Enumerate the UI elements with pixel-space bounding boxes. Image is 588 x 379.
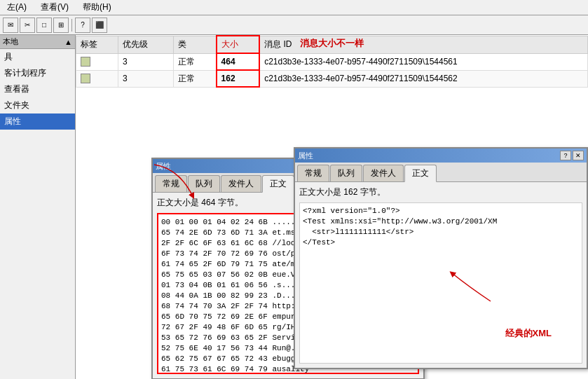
right-tab-sender[interactable]: 发件人 (363, 165, 404, 181)
cell-size-1: 464 (217, 53, 260, 70)
sidebar-header: 本地 ▲ (0, 35, 75, 49)
sidebar: 本地 ▲ 具 客计划程序 查看器 文件夹 属性 (0, 35, 76, 379)
menu-help[interactable]: 帮助(H) (78, 0, 116, 15)
content-area: 标签 优先级 类 大小 消息 ID 3 正常 464 c21d3b3e-1333… (76, 35, 588, 379)
right-size-text: 正文大小是 162 字节。 (299, 186, 582, 198)
col-header-size: 大小 (217, 36, 260, 53)
left-win-title: 属性 (156, 161, 171, 172)
cell-id-2: c21d3b3e-1333-4e07-b957-4490f2711509\154… (259, 70, 587, 87)
left-tab-sender[interactable]: 发件人 (221, 175, 261, 192)
right-win-close-btn[interactable]: ✕ (573, 151, 584, 160)
prop-window-right: 属性 ? ✕ 常规 队列 发件人 正文 正文大小是 162 字节。 <?xml … (294, 147, 588, 369)
msg-icon-2 (81, 74, 90, 83)
col-header-label: 标签 (76, 36, 118, 53)
menu-left[interactable]: 左(A) (3, 0, 31, 15)
right-tab-body[interactable]: 正文 (404, 165, 437, 182)
left-tab-body[interactable]: 正文 (262, 175, 294, 193)
toolbar-btn-3[interactable]: □ (36, 18, 52, 33)
cell-priority-2: 3 (118, 70, 173, 87)
toolbar: ✉ ✂ □ ⊞ ? ⬛ (0, 15, 588, 35)
cell-id-1: c21d3b3e-1333-4e07-b957-4490f2711509\154… (259, 53, 587, 70)
sidebar-item-scheduler[interactable]: 客计划程序 (0, 65, 75, 81)
col-header-priority: 优先级 (118, 36, 173, 53)
toolbar-btn-6[interactable]: ⬛ (92, 18, 107, 33)
right-prop-content: 正文大小是 162 字节。 <?xml version="1.0"?> <Tes… (295, 182, 587, 368)
main-area: 本地 ▲ 具 客计划程序 查看器 文件夹 属性 标签 优先级 类 大小 消息 I… (0, 35, 588, 379)
toolbar-btn-2[interactable]: ✂ (20, 18, 35, 33)
left-tab-queue[interactable]: 队列 (188, 175, 220, 192)
sidebar-item-tools[interactable]: 具 (0, 49, 75, 65)
sidebar-item-properties[interactable]: 属性 (0, 113, 75, 130)
sidebar-header-label: 本地 (3, 36, 18, 47)
right-win-question-btn[interactable]: ? (560, 151, 571, 160)
right-tab-queue[interactable]: 队列 (330, 165, 362, 181)
table-row[interactable]: 3 正常 162 c21d3b3e-1333-4e07-b957-4490f27… (76, 70, 588, 87)
toolbar-btn-5[interactable]: ? (75, 18, 90, 33)
cell-type-2: 正常 (174, 70, 217, 87)
toolbar-btn-4[interactable]: ⊞ (53, 18, 69, 33)
table-row[interactable]: 3 正常 464 c21d3b3e-1333-4e07-b957-4490f27… (76, 53, 588, 70)
sidebar-item-viewer[interactable]: 查看器 (0, 81, 75, 97)
annotation-msg-size-top: 消息大小不一样 (300, 37, 364, 50)
cell-label-1 (76, 53, 118, 70)
toolbar-separator (71, 19, 72, 32)
menu-view[interactable]: 查看(V) (36, 0, 73, 15)
right-tab-bar: 常规 队列 发件人 正文 (295, 163, 587, 182)
sidebar-scroll-btn[interactable]: ▲ (64, 38, 72, 46)
menu-bar: 左(A) 查看(V) 帮助(H) (0, 0, 588, 15)
cell-size-2: 162 (217, 70, 260, 87)
right-win-title: 属性 (298, 151, 313, 161)
cell-label-2 (76, 70, 118, 87)
cell-priority-1: 3 (118, 53, 173, 70)
right-tab-general[interactable]: 常规 (297, 165, 329, 181)
right-win-buttons: ? ✕ (560, 151, 584, 160)
col-header-type: 类 (174, 36, 217, 53)
cell-type-1: 正常 (174, 53, 217, 70)
msg-icon-1 (81, 57, 90, 67)
left-tab-general[interactable]: 常规 (155, 175, 187, 192)
right-win-titlebar: 属性 ? ✕ (295, 149, 587, 163)
sidebar-item-folder[interactable]: 文件夹 (0, 97, 75, 113)
annotation-classic-xml: 经典的XML (505, 327, 552, 340)
toolbar-btn-1[interactable]: ✉ (3, 18, 18, 33)
